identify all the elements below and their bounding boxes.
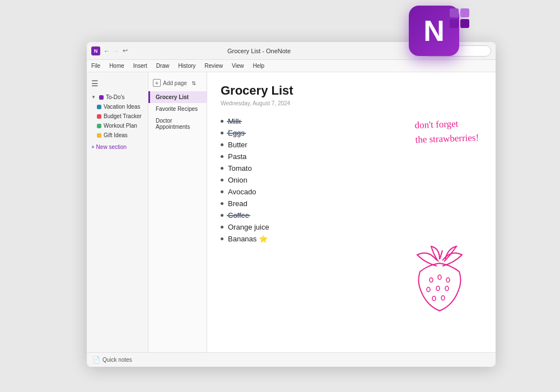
bullet-icon (221, 190, 223, 193)
new-section-label: + New section (91, 144, 127, 150)
list-item: Bread (221, 198, 482, 209)
item-text-oj: Orange juice (228, 223, 269, 231)
bullet-icon (221, 202, 223, 205)
sq4 (460, 19, 469, 28)
item-text-coffee: Coffee (228, 211, 249, 220)
list-item: Avocado (221, 186, 482, 198)
sidebar-label-workout: Workout Plan (104, 123, 137, 129)
list-item: Pasta (221, 151, 482, 162)
onenote-squares (450, 8, 469, 28)
sidebar-item-todos[interactable]: ▼ To-Do's (87, 92, 148, 102)
list-item: Bananas ⭐ (221, 233, 482, 245)
sidebar-label-budget: Budget Tracker (104, 113, 142, 119)
sidebar-label-todos: To-Do's (106, 94, 125, 100)
expand-icon: ▼ (91, 95, 96, 100)
section-dot-budget (97, 114, 101, 119)
svg-point-0 (430, 278, 433, 282)
quick-notes-icon: 📄 (92, 356, 100, 363)
item-text-butter: Butter (228, 141, 248, 149)
onenote-app-icon: N (409, 6, 459, 56)
svg-point-1 (438, 275, 441, 279)
ribbon-history[interactable]: History (178, 63, 195, 69)
ribbon-home[interactable]: Home (109, 63, 124, 69)
handwritten-line2: the strawberries! (415, 130, 479, 147)
add-page-icon: + (153, 79, 161, 87)
item-text-eggs: Eggs (228, 129, 245, 137)
sidebar-item-workout[interactable]: Workout Plan (87, 121, 148, 130)
bullet-icon (221, 226, 223, 228)
quick-notes-label: Quick notes (102, 357, 132, 363)
window-body: ☰ ▼ To-Do's Vacation Ideas Budget Tracke… (87, 72, 496, 352)
svg-point-7 (441, 296, 445, 300)
svg-point-5 (445, 286, 449, 291)
bullet-icon (221, 143, 223, 146)
section-group: ▼ To-Do's Vacation Ideas Budget Tracker … (87, 92, 148, 152)
item-text-pasta: Pasta (228, 152, 246, 161)
sidebar-label-gift: Gift Ideas (104, 132, 128, 138)
sort-icon: ⇅ (192, 80, 196, 86)
main-content: Grocery List Wednesday, August 7, 2024 M… (207, 72, 496, 352)
ribbon-draw[interactable]: Draw (156, 63, 169, 69)
ribbon-review[interactable]: Review (204, 63, 223, 69)
onenote-window: N ← → ↩ Grocery List - OneNote 🔍 Search … (87, 42, 496, 367)
sidebar-item-vacation[interactable]: Vacation Ideas (87, 102, 148, 111)
section-dot-gift (97, 133, 101, 138)
handwritten-note: don't forget the strawberries! (414, 116, 479, 147)
bullet-icon (221, 120, 223, 123)
bullet-icon (221, 179, 223, 181)
svg-point-2 (446, 278, 450, 282)
quick-notes-button[interactable]: 📄 Quick notes (92, 356, 132, 363)
ribbon-insert[interactable]: Insert (133, 63, 147, 69)
item-text-avocado: Avocado (228, 188, 256, 196)
sidebar-item-gift[interactable]: Gift Ideas (87, 130, 148, 140)
bullet-icon (221, 167, 223, 170)
sidebar-toggle[interactable]: ☰ (87, 77, 148, 90)
svg-point-6 (432, 296, 436, 301)
bullet-icon (221, 214, 223, 217)
new-section-button[interactable]: + New section (87, 142, 148, 152)
item-text-bread: Bread (228, 199, 248, 208)
handwritten-line1: don't forget (414, 116, 479, 132)
section-dot-vacation (97, 105, 101, 109)
page-item-recipes[interactable]: Favorite Recipes (148, 103, 207, 115)
page-title: Grocery List (221, 83, 482, 98)
add-page-button[interactable]: + Add page ⇅ (148, 77, 207, 89)
add-page-label: Add page (163, 80, 187, 86)
svg-point-4 (436, 286, 440, 291)
sidebar-label-vacation: Vacation Ideas (104, 104, 140, 110)
list-item: Tomato (221, 162, 482, 174)
sidebar: ☰ ▼ To-Do's Vacation Ideas Budget Tracke… (87, 72, 148, 352)
bullet-icon (221, 237, 223, 240)
sq1 (450, 8, 459, 17)
bottom-bar: 📄 Quick notes (87, 352, 496, 367)
onenote-letter: N (423, 14, 445, 48)
bullet-icon (221, 132, 223, 134)
ribbon: File Home Insert Draw History Review Vie… (87, 60, 496, 72)
page-item-doctor[interactable]: Doctor Appointments (148, 115, 207, 133)
ribbon-view[interactable]: View (232, 63, 244, 69)
item-text-onion: Onion (228, 176, 248, 184)
window-title: Grocery List - OneNote (97, 48, 421, 54)
svg-point-3 (427, 287, 430, 292)
sq2 (460, 8, 469, 17)
list-item: Onion (221, 174, 482, 186)
item-text-tomato: Tomato (228, 164, 252, 172)
item-text-bananas: Bananas ⭐ (228, 235, 268, 243)
item-text-milk: Milk (228, 117, 241, 125)
page-item-grocery[interactable]: Grocery List (148, 91, 207, 103)
strawberry-drawing (406, 244, 473, 319)
section-dot-todos (99, 95, 104, 100)
list-item: Orange juice (221, 221, 482, 233)
list-item: Coffee (221, 209, 482, 221)
page-list: + Add page ⇅ Grocery List Favorite Recip… (148, 72, 207, 352)
bullet-icon (221, 155, 223, 158)
section-dot-workout (97, 124, 101, 128)
ribbon-file[interactable]: File (91, 63, 100, 69)
sq3 (450, 19, 459, 28)
page-date: Wednesday, August 7, 2024 (221, 100, 482, 106)
sidebar-item-budget[interactable]: Budget Tracker (87, 111, 148, 121)
ribbon-help[interactable]: Help (253, 63, 265, 69)
